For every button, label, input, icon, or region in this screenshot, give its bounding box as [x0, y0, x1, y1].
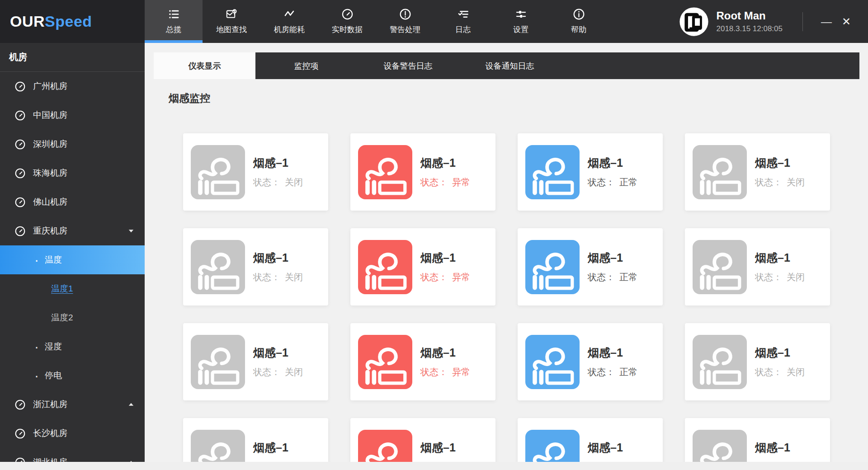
top-navigation: 总揽地图查找机房能耗实时数据警告处理日志设置帮助: [145, 0, 608, 43]
sidebar-item-温度2[interactable]: 温度2: [0, 303, 145, 332]
sidebar-item-深圳机房[interactable]: 深圳机房: [0, 130, 145, 159]
sidebar-item-label: 温度1: [51, 283, 73, 295]
status-label: 状态：: [253, 177, 280, 187]
minimize-button[interactable]: —: [816, 12, 836, 32]
divider: [802, 12, 803, 31]
tab-设备通知日志[interactable]: 设备通知日志: [459, 52, 561, 79]
sensor-status: 状态：关闭: [253, 271, 303, 283]
status-value: 关闭: [285, 177, 303, 187]
smoke-sensor-card[interactable]: 烟感–1状态：异常: [350, 323, 495, 400]
nav-item-总揽[interactable]: 总揽: [145, 0, 203, 43]
sidebar-item-广州机房[interactable]: 广州机房: [0, 72, 145, 101]
status-label: 状态：: [588, 272, 615, 282]
close-button[interactable]: ✕: [836, 12, 856, 32]
smoke-detector-icon: [358, 240, 412, 294]
smoke-sensor-card[interactable]: 烟感–1状态：异常: [350, 228, 495, 306]
sidebar-item-浙江机房[interactable]: 浙江机房: [0, 390, 145, 419]
sidebar-item-停电[interactable]: ·停电: [0, 361, 145, 390]
smoke-sensor-card[interactable]: 烟感–1状态：异常: [350, 133, 495, 211]
sidebar-item-佛山机房[interactable]: 佛山机房: [0, 188, 145, 216]
sensor-text: 烟感–1状态：异常: [420, 155, 470, 188]
sidebar-item-label: 广州机房: [33, 80, 67, 92]
tab-监控项[interactable]: 监控项: [255, 52, 357, 79]
tab-仪表显示[interactable]: 仪表显示: [154, 52, 255, 79]
status-label: 状态：: [253, 367, 280, 377]
top-bar: OURSpeed 总揽地图查找机房能耗实时数据警告处理日志设置帮助 Root M…: [0, 0, 868, 43]
gauge-icon: [14, 81, 26, 92]
sidebar-item-湿度[interactable]: ·湿度: [0, 332, 145, 361]
nav-item-label: 总揽: [166, 24, 181, 35]
tab-label: 设备通知日志: [486, 61, 534, 71]
sidebar-item-label: 中国机房: [33, 109, 67, 121]
info-icon: [573, 8, 585, 20]
sidebar-item-label: 珠海机房: [33, 167, 67, 179]
nav-item-设置[interactable]: 设置: [492, 0, 550, 43]
smoke-sensor-card[interactable]: 烟感–1状态：关闭: [685, 323, 830, 400]
nav-item-label: 日志: [455, 24, 471, 35]
app-logo: OURSpeed: [0, 0, 145, 43]
caret-down: [128, 229, 134, 233]
sidebar-item-重庆机房[interactable]: 重庆机房: [0, 216, 145, 245]
nav-item-label: 机房能耗: [274, 24, 305, 35]
nav-item-机房能耗[interactable]: 机房能耗: [260, 0, 318, 43]
smoke-sensor-grid: 烟感–1状态：关闭烟感–1状态：异常烟感–1状态：正常烟感–1状态：关闭烟感–1…: [183, 133, 859, 470]
status-label: 状态：: [253, 272, 280, 282]
sensor-name: 烟感–1: [588, 250, 637, 265]
sensor-text: 烟感–1状态：正常: [588, 155, 637, 188]
nav-item-警告处理[interactable]: 警告处理: [376, 0, 434, 43]
status-label: 状态：: [420, 367, 448, 377]
smoke-sensor-card[interactable]: 烟感–1状态：关闭: [183, 323, 328, 400]
sidebar-item-label: 深圳机房: [33, 138, 67, 150]
smoke-detector-icon: [525, 145, 580, 199]
status-label: 状态：: [755, 272, 782, 282]
smoke-sensor-card[interactable]: 烟感–1状态：关闭: [183, 228, 328, 306]
smoke-sensor-card[interactable]: 烟感–1状态：正常: [518, 323, 663, 400]
nav-item-地图查找[interactable]: 地图查找: [203, 0, 260, 43]
gauge-icon: [14, 168, 26, 179]
status-label: 状态：: [755, 177, 782, 187]
sidebar: 机房 广州机房中国机房深圳机房珠海机房佛山机房重庆机房·温度温度1温度2·湿度·…: [0, 43, 145, 470]
sidebar-item-长沙机房[interactable]: 长沙机房: [0, 419, 145, 448]
sensor-text: 烟感–1状态：关闭: [253, 345, 303, 378]
nav-item-帮助[interactable]: 帮助: [550, 0, 608, 43]
smoke-detector-icon: [191, 240, 245, 294]
datetime: 2018.3.15 12:08:05: [716, 24, 783, 33]
sensor-status: 状态：正常: [588, 366, 637, 378]
sidebar-item-温度[interactable]: ·温度: [0, 245, 145, 274]
smoke-sensor-card[interactable]: 烟感–1状态：关闭: [183, 133, 328, 211]
sidebar-item-温度1[interactable]: 温度1: [0, 274, 145, 303]
sidebar-item-label: 温度2: [51, 312, 73, 324]
sidebar-item-珠海机房[interactable]: 珠海机房: [0, 159, 145, 188]
content-tabbar: 仪表显示监控项设备警告日志设备通知日志: [154, 52, 859, 79]
sensor-name: 烟感–1: [755, 345, 805, 360]
sidebar-item-label: 佛山机房: [33, 196, 67, 208]
tab-设备警告日志[interactable]: 设备警告日志: [357, 52, 459, 79]
sensor-status: 状态：关闭: [253, 366, 303, 378]
smoke-sensor-card[interactable]: 烟感–1状态：关闭: [685, 228, 830, 306]
avatar[interactable]: [679, 7, 709, 37]
status-value: 正常: [619, 177, 637, 187]
sidebar-item-中国机房[interactable]: 中国机房: [0, 101, 145, 130]
tab-label: 仪表显示: [189, 61, 221, 71]
sensor-name: 烟感–1: [588, 155, 637, 170]
status-value: 异常: [452, 367, 470, 377]
main-content: 仪表显示监控项设备警告日志设备通知日志 烟感监控 烟感–1状态：关闭烟感–1状态…: [145, 43, 868, 470]
gauge-icon: [14, 428, 26, 439]
status-label: 状态：: [588, 367, 615, 377]
smoke-sensor-card[interactable]: 烟感–1状态：关闭: [685, 133, 830, 211]
smoke-sensor-card[interactable]: 烟感–1状态：正常: [518, 228, 663, 306]
status-value: 异常: [452, 177, 470, 187]
sensor-name: 烟感–1: [588, 440, 637, 455]
nav-item-实时数据[interactable]: 实时数据: [318, 0, 376, 43]
list-icon: [168, 8, 180, 20]
sensor-status: 状态：正常: [588, 271, 637, 283]
sensor-text: 烟感–1状态：关闭: [755, 250, 805, 283]
status-value: 正常: [619, 367, 637, 377]
smoke-sensor-card[interactable]: 烟感–1状态：正常: [518, 133, 663, 211]
nav-item-日志[interactable]: 日志: [434, 0, 492, 43]
sensor-name: 烟感–1: [755, 155, 805, 170]
sensor-status: 状态：关闭: [755, 176, 805, 188]
sensor-text: 烟感–1状态：关闭: [755, 155, 805, 188]
status-label: 状态：: [420, 272, 448, 282]
status-value: 关闭: [787, 272, 805, 282]
